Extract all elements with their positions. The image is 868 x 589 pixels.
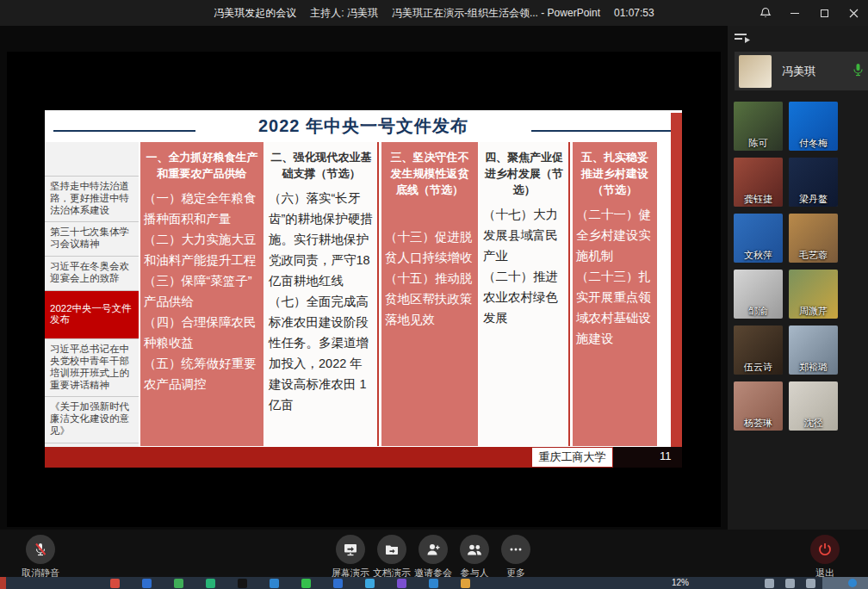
maximize-button[interactable] — [809, 0, 839, 26]
screen-share-icon — [336, 535, 365, 564]
exit-meeting-button[interactable]: 退出 — [795, 535, 855, 580]
taskbar-app-icon[interactable] — [461, 579, 470, 588]
participant-tile[interactable]: 伍云诗 — [734, 326, 783, 375]
ellipsis-icon — [501, 535, 530, 564]
participants-grid: 陈可 付冬梅 龚钰捷 梁丹鳌 文秋萍 毛艺蓉 — [734, 102, 838, 431]
taskbar-app-icon[interactable] — [142, 579, 152, 588]
close-button[interactable] — [839, 0, 868, 26]
participant-name: 伍云诗 — [734, 361, 783, 374]
column-body: （六）落实“长牙齿”的耕地保护硬措施。实行耕地保护党政同责，严守18 亿亩耕地红… — [265, 185, 377, 418]
participant-tile[interactable]: 杨荟琳 — [734, 381, 783, 431]
close-icon — [849, 9, 859, 18]
minimize-icon — [790, 13, 799, 14]
powerpoint-slide: 2022 年中央一号文件发布 坚持走中特法治道路，更好推进中特法治体系建设 第三… — [45, 110, 682, 468]
participant-name: 陈可 — [734, 137, 783, 150]
column-heading: 一、全力抓好粮食生产和重要农产品供给 — [140, 142, 264, 185]
minimize-button[interactable] — [780, 0, 809, 26]
participant-name: 毛艺蓉 — [789, 249, 838, 262]
more-button[interactable]: 更多 — [486, 535, 546, 580]
active-speaker-row[interactable]: 冯美琪 — [735, 52, 868, 90]
slide-footer-band: 重庆工商大学 11 — [45, 447, 682, 468]
taskbar-tray-app-icon[interactable] — [848, 579, 857, 587]
participant-name: 付冬梅 — [789, 137, 838, 150]
meeting-app-window: 冯美琪发起的会议 主持人: 冯美琪 冯美琪正在演示-组织生活会领... - Po… — [0, 0, 868, 589]
presentation-stage: 2022 年中央一号文件发布 坚持走中特法治道路，更好推进中特法治体系建设 第三… — [0, 26, 728, 530]
participants-sidebar: 冯美琪 陈可 付冬梅 龚钰捷 — [728, 26, 868, 530]
participant-name: 郑裕璐 — [789, 361, 838, 374]
avatar — [739, 55, 772, 88]
column-heading: 三、坚决守住不发生规模性返贫底线（节选） — [381, 142, 478, 202]
maximize-icon — [821, 9, 828, 17]
taskbar-app-icon[interactable] — [333, 579, 343, 588]
participants-icon — [460, 535, 489, 564]
battery-indicator: 12% — [672, 578, 689, 587]
slide-nav-item: 习近平总书记在中央党校中青年干部培训班开班式上的重要讲话精神 — [45, 339, 139, 397]
taskbar-tray-icon[interactable] — [785, 579, 795, 588]
participant-name: 周溦芹 — [789, 305, 838, 318]
taskbar-app-icon[interactable] — [397, 579, 406, 588]
mic-active-icon — [852, 63, 864, 80]
slide-page-number: 11 — [660, 450, 672, 462]
taskbar-app-icon[interactable] — [174, 579, 183, 588]
taskbar-app-icon[interactable] — [270, 579, 279, 588]
slide-column-4: 四、聚焦产业促进乡村发展（节选） （十七）大力发展县域富民产业 （二十）推进农业… — [480, 142, 570, 446]
taskbar-tray-icon[interactable] — [765, 579, 774, 588]
taskbar-app-icon[interactable] — [429, 579, 438, 588]
unmute-button[interactable]: 取消静音 — [10, 535, 71, 580]
participant-tile[interactable]: 郑裕璐 — [789, 326, 838, 375]
column-body: （一）稳定全年粮食播种面积和产量 （二）大力实施大豆和油料产能提升工程 （三）保… — [140, 185, 264, 398]
slide-nav-list: 坚持走中特法治道路，更好推进中特法治体系建设 第三十七次集体学习会议精神 习近平… — [45, 142, 139, 447]
column-body: （十三）促进脱贫人口持续增收 （十五）推动脱贫地区帮扶政策落地见效 — [381, 224, 478, 332]
presenting-label: 冯美琪正在演示-组织生活会领... - PowerPoint — [392, 6, 600, 21]
participant-tile[interactable]: 付冬梅 — [789, 102, 838, 151]
document-share-icon — [377, 535, 406, 564]
participant-tile[interactable]: 毛艺蓉 — [789, 214, 838, 263]
meeting-title: 冯美琪发起的会议 — [214, 6, 296, 21]
collapse-panel-icon — [733, 31, 753, 45]
column-heading: 五、扎实稳妥推进乡村建设（节选） — [573, 142, 657, 202]
taskbar-app-icon[interactable] — [206, 579, 215, 588]
windows-taskbar: 12% — [0, 577, 868, 589]
taskbar-tray-panel[interactable] — [822, 577, 868, 589]
participant-tile[interactable]: 周溦芹 — [789, 270, 838, 319]
slide-footer-dark-segment — [613, 447, 682, 468]
participant-tile[interactable]: 龚钰捷 — [734, 158, 783, 207]
notification-bell-icon[interactable] — [751, 0, 780, 26]
shared-screen: 2022 年中央一号文件发布 坚持走中特法治道路，更好推进中特法治体系建设 第三… — [7, 52, 721, 527]
participant-name: 梁丹鳌 — [789, 193, 838, 206]
participant-name: 文秋萍 — [734, 249, 783, 262]
participant-tile[interactable]: 邹渝 — [734, 270, 783, 319]
column-body: （十七）大力发展县域富民产业 （二十）推进农业农村绿色发展 — [480, 202, 568, 331]
slide-nav-item-active: 2022中央一号文件发布 — [45, 291, 139, 340]
taskbar-app-icon[interactable] — [365, 579, 375, 588]
meeting-clock: 01:07:53 — [614, 7, 654, 19]
collapse-panel-button[interactable] — [733, 31, 755, 46]
column-body: （二十一）健全乡村建设实施机制 （二十三）扎实开展重点领域农村基础设施建设 — [573, 202, 657, 351]
participant-name: 沈径 — [789, 417, 838, 430]
slide-column-2: 二、强化现代农业基础支撑（节选） （六）落实“长牙齿”的耕地保护硬措施。实行耕地… — [265, 142, 379, 446]
slide-column-3: 三、坚决守住不发生规模性返贫底线（节选） （十三）促进脱贫人口持续增收 （十五）… — [381, 142, 478, 446]
participant-name: 杨荟琳 — [734, 417, 783, 430]
titlebar: 冯美琪发起的会议 主持人: 冯美琪 冯美琪正在演示-组织生活会领... - Po… — [0, 0, 868, 26]
slide-right-stripe — [671, 113, 682, 447]
taskbar-app-icon[interactable] — [301, 579, 311, 588]
host-label: 主持人: 冯美琪 — [310, 6, 378, 21]
title-divider-left — [53, 130, 195, 132]
taskbar-tray-icon[interactable] — [806, 579, 815, 588]
organization-label: 重庆工商大学 — [532, 448, 612, 467]
participant-name: 邹渝 — [734, 305, 783, 318]
window-controls — [751, 0, 868, 26]
slide-nav-item: 《关于加强新时代廉洁文化建设的意见》 — [45, 397, 139, 443]
taskbar-app-icon[interactable] — [238, 579, 247, 588]
participant-tile[interactable]: 沈径 — [789, 381, 838, 431]
participant-tile[interactable]: 文秋萍 — [734, 214, 783, 263]
bell-icon — [760, 7, 772, 19]
slide-nav-item: 坚持走中特法治道路，更好推进中特法治体系建设 — [45, 177, 139, 222]
power-icon — [810, 535, 840, 564]
participant-tile[interactable]: 梁丹鳌 — [789, 158, 838, 207]
taskbar-left-accent — [0, 577, 6, 589]
invite-person-icon — [418, 535, 448, 564]
taskbar-app-icon[interactable] — [110, 579, 120, 588]
participant-tile[interactable]: 陈可 — [734, 102, 783, 151]
slide-title: 2022 年中央一号文件发布 — [45, 115, 682, 138]
